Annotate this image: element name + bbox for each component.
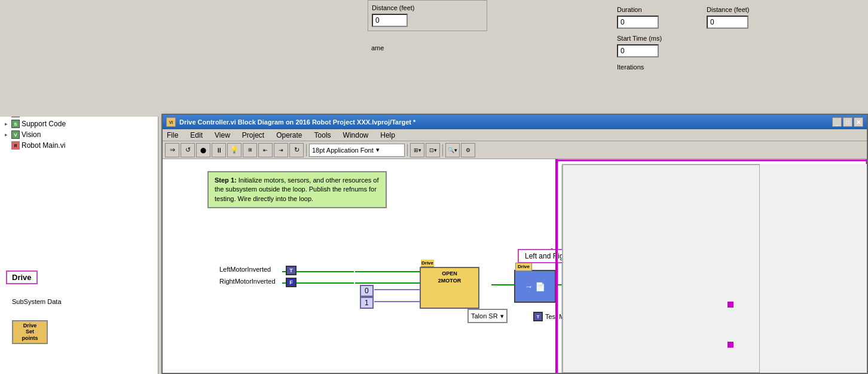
minimize-button[interactable]: _ — [832, 117, 842, 127]
distance-input[interactable]: 0 — [372, 14, 408, 27]
menu-tools[interactable]: Tools — [313, 130, 333, 140]
toolbar-undo-btn[interactable]: ↺ — [181, 143, 195, 157]
duration-label: Duration — [617, 6, 659, 13]
tree-item-support-code[interactable]: ▸ S Support Code — [0, 118, 158, 129]
iterations-label: Iterations — [617, 63, 862, 71]
menu-file[interactable]: File — [165, 130, 180, 140]
menu-project[interactable]: Project — [240, 130, 266, 140]
distance2-input[interactable]: 0 — [707, 16, 748, 29]
distance2-label: Distance (feet) — [707, 6, 750, 13]
toolbar-grid-btn[interactable]: ⊞ — [243, 143, 257, 157]
book-icon-support-code: S — [11, 119, 20, 129]
toolbar-back-btn[interactable]: ⇤ — [258, 143, 273, 157]
magenta-loop-left — [555, 159, 558, 373]
toolbar-distribute-btn[interactable]: ⊡▾ — [426, 143, 440, 157]
right-motor-label: RightMotorInverted — [219, 278, 276, 285]
arrow-icon: → 📄 — [525, 282, 546, 291]
start-time-input[interactable]: 0 — [617, 44, 659, 57]
drive-setpoints-box: Drive Set points — [12, 320, 48, 344]
left-motor-label: LeftMotorInverted — [219, 266, 271, 273]
toolbar-stop-btn[interactable]: ⬤ — [196, 143, 210, 157]
menu-view[interactable]: View — [213, 130, 232, 140]
diagram-toolbar: ⇒ ↺ ⬤ ⏸ 💡 ⊞ ⇤ ⇥ ↻ 18pt Application Font … — [163, 141, 867, 159]
toolbar-search-btn[interactable]: ⚙ — [461, 143, 475, 157]
tree-item-robot-main[interactable]: ▸ R Robot Main.vi — [0, 140, 158, 151]
top-windows: Distance (feet) 0 ame Duration 0 Dista — [0, 0, 868, 117]
close-button[interactable]: ✕ — [854, 117, 863, 127]
maximize-button[interactable]: □ — [843, 117, 852, 127]
menu-window[interactable]: Window — [341, 130, 371, 140]
subsystem-data-label: SubSystem Data — [12, 298, 62, 305]
start-time-label: Start Time (ms) — [617, 35, 862, 42]
bool-false-right: F — [286, 278, 297, 287]
toolbar-light-btn[interactable]: 💡 — [227, 143, 242, 157]
name-label: ame — [368, 42, 387, 54]
duration-col: Duration 0 — [617, 6, 659, 29]
toolbar-align-btn[interactable]: ⊞▾ — [410, 143, 424, 157]
distance-value-row: 0 — [372, 14, 483, 27]
arrow-vi-header: Drive — [515, 263, 532, 271]
top-row-labels: Duration 0 Distance (feet) 0 — [617, 6, 862, 29]
menu-edit[interactable]: Edit — [188, 130, 204, 140]
conn-dot-1 — [728, 302, 733, 308]
window-controls: _ □ ✕ — [832, 117, 863, 127]
toolbar-redo-btn[interactable]: ↻ — [289, 143, 304, 157]
title-vi-icon: VI — [166, 117, 176, 127]
tree-item-vision[interactable]: ▸ V Vision — [0, 129, 158, 140]
vi-icon-robot-main: R — [11, 141, 20, 150]
arrow-vi: Drive → 📄 — [514, 270, 556, 303]
font-selector[interactable]: 18pt Application Font ▾ — [309, 144, 405, 157]
num-const-1: 1 — [360, 297, 374, 309]
menu-help[interactable]: Help — [378, 130, 397, 140]
toolbar-sep3 — [442, 144, 443, 156]
diagram-menubar: File Edit View Project Operate Tools Win… — [163, 129, 867, 141]
right-loop-extension — [759, 164, 867, 373]
toolbar-arrow-btn[interactable]: ⇒ — [165, 143, 179, 157]
duration-input[interactable]: 0 — [617, 16, 659, 29]
step1-box: Step 1: Initialize motors, sersors, and … — [207, 171, 387, 208]
toolbar-zoom-btn[interactable]: 🔍▾ — [445, 143, 460, 157]
num-const-0: 0 — [360, 285, 374, 297]
start-time-row: Start Time (ms) 0 — [617, 35, 862, 57]
bool-true-left: T — [286, 266, 297, 275]
distance-label: Distance (feet) — [372, 4, 483, 11]
toolbar-sep2 — [407, 144, 408, 156]
menu-operate[interactable]: Operate — [274, 130, 304, 140]
diagram-titlebar[interactable]: VI Drive Controller.vi Block Diagram on … — [163, 115, 867, 129]
distance-panel: Distance (feet) 0 — [368, 0, 487, 31]
diagram-canvas: Step 1: Initialize motors, sersors, and … — [163, 159, 867, 373]
diagram-window: VI Drive Controller.vi Block Diagram on … — [161, 114, 868, 374]
toolbar-pause-btn[interactable]: ⏸ — [212, 143, 226, 157]
open-2motor-header: Drive — [421, 260, 434, 267]
conn-dot-2 — [728, 342, 733, 348]
toolbar-forward-btn[interactable]: ⇥ — [274, 143, 288, 157]
toolbar-sep1 — [306, 144, 307, 156]
test-mode-checkbox-icon: T — [533, 312, 543, 321]
drive-label-partial: Drive — [6, 270, 38, 284]
book-icon-vision: V — [11, 130, 20, 139]
distance2-col: Distance (feet) 0 — [707, 6, 750, 29]
duration-panel: Duration 0 Distance (feet) 0 Start Time … — [611, 0, 868, 117]
talon-sr-dropdown[interactable]: Talon SR ▾ — [467, 309, 508, 323]
open-2motor-label: OPEN2MOTOR — [421, 268, 478, 284]
open-2motor-vi: Drive OPEN2MOTOR — [420, 267, 479, 309]
